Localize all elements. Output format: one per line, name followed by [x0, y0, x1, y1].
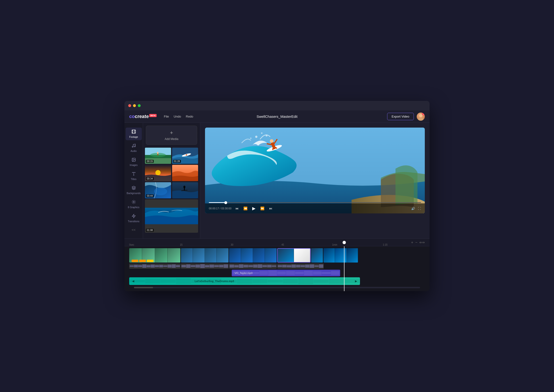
- media-thumb-1[interactable]: 00:15: [145, 147, 171, 164]
- clip-duration-1: 00:15: [146, 160, 154, 163]
- svg-marker-15: [132, 186, 135, 188]
- sidebar-item-footage[interactable]: Footage: [126, 127, 142, 140]
- waveform-bar: [291, 265, 296, 268]
- vo-track-row: VO_Taylor.mp3: [129, 270, 425, 276]
- add-media-button[interactable]: + Add Media: [146, 126, 197, 145]
- media-thumb-3[interactable]: 00:34: [145, 165, 171, 181]
- media-thumb-4[interactable]: [172, 165, 198, 181]
- waveform-bar: [163, 265, 167, 267]
- beta-badge: BETA: [149, 114, 157, 117]
- export-video-button[interactable]: Export Video: [387, 113, 414, 120]
- clip-duration-3: 00:34: [146, 177, 154, 180]
- fit-button[interactable]: ⟺: [419, 240, 425, 245]
- music-bar: [130, 280, 145, 282]
- svg-point-28: [155, 170, 161, 175]
- menu-undo[interactable]: Undo: [173, 115, 181, 118]
- track-clip-ocean[interactable]: [324, 248, 358, 263]
- time-display: 00:00:17 / 03:30:00: [209, 207, 231, 210]
- waveform-bar: [296, 265, 300, 267]
- music-icon: [132, 144, 136, 149]
- music-bar: [252, 279, 267, 283]
- vo-bar: [304, 271, 313, 275]
- menu-redo[interactable]: Redo: [186, 115, 193, 118]
- music-bar: [298, 278, 313, 284]
- music-track[interactable]: ◀ Let'sGoSurfing_TheDrums.mp3 ▶: [129, 277, 360, 285]
- mini-frame: [229, 248, 241, 263]
- progress-handle[interactable]: [224, 201, 227, 204]
- timeline-scrollbar[interactable]: [134, 287, 420, 288]
- zoom-out-button[interactable]: −: [415, 240, 417, 245]
- progress-bar[interactable]: [209, 202, 421, 203]
- mini-frame: [335, 248, 346, 263]
- waveform-bar: [272, 265, 276, 267]
- app-window: cocreateBETA File Undo Redo SwellChasers…: [125, 101, 429, 291]
- waveform-bar: [258, 265, 262, 268]
- music-waveform-bg: [129, 277, 360, 285]
- track-clip-surf1[interactable]: [181, 248, 229, 263]
- media-thumb-7[interactable]: 01:08: [145, 199, 198, 232]
- audio-waveform-wave: [229, 264, 277, 269]
- video-preview-wrapper: 00:00:17 / 03:30:00 ⏮ ⏪ ▶ ⏩ ⏭ 🔊 ⛶: [205, 127, 425, 218]
- mini-frame: [265, 248, 277, 263]
- titlebar: [125, 101, 429, 110]
- waveform-bars: [229, 264, 277, 269]
- rewind-button[interactable]: ⏪: [242, 206, 248, 211]
- zoom-in-button[interactable]: +: [411, 240, 413, 245]
- zap-icon: [132, 214, 136, 219]
- add-media-label: Add Media: [165, 137, 178, 141]
- volume-icon[interactable]: 🔊: [411, 207, 415, 210]
- skip-forward-button[interactable]: ⏭: [268, 206, 273, 211]
- vo-bar: [277, 271, 286, 274]
- sidebar-item-transitions[interactable]: Transitions: [126, 212, 142, 225]
- marker: [132, 260, 138, 262]
- fullscreen-icon[interactable]: ⛶: [418, 207, 421, 210]
- media-thumb-5[interactable]: 00:44: [145, 182, 171, 198]
- avatar[interactable]: 3: [417, 112, 425, 121]
- waveform-bar: [314, 265, 319, 267]
- waveform-bars: [277, 264, 324, 269]
- scrollbar-thumb[interactable]: [134, 287, 153, 288]
- mini-frame: [278, 249, 294, 262]
- logo: cocreateBETA: [129, 114, 157, 119]
- menu-file[interactable]: File: [164, 115, 169, 118]
- marker: [139, 260, 146, 262]
- vo-bar: [322, 272, 331, 274]
- notification-badge: 3: [422, 112, 425, 115]
- maximize-window-button[interactable]: [138, 104, 141, 107]
- track-clip-wave[interactable]: [229, 248, 277, 263]
- waveform-bar: [181, 265, 186, 267]
- fast-forward-button[interactable]: ⏩: [259, 206, 265, 211]
- minimize-window-button[interactable]: [133, 104, 136, 107]
- video-controls: 00:00:17 / 03:30:00 ⏮ ⏪ ▶ ⏩ ⏭ 🔊 ⛶: [205, 203, 425, 213]
- sidebar-item-backgrounds[interactable]: Backgrounds: [126, 184, 142, 196]
- sidebar-item-images[interactable]: Images: [126, 156, 142, 168]
- skip-back-button[interactable]: ⏮: [234, 206, 240, 211]
- logo-text: cocreateBETA: [129, 114, 157, 119]
- play-button[interactable]: ▶: [251, 205, 256, 211]
- waveform-bar: [219, 265, 224, 267]
- waveform-bar: [301, 265, 305, 267]
- track-clip-boat[interactable]: [311, 248, 323, 263]
- logo-create: create: [135, 114, 149, 119]
- video-scene-svg: [205, 127, 425, 213]
- close-window-button[interactable]: [128, 104, 131, 107]
- vo-bar: [268, 271, 277, 275]
- media-grid: 00:15 01:28: [143, 147, 200, 235]
- sidebar-collapse-button[interactable]: <<: [130, 226, 137, 234]
- media-thumb-6[interactable]: [172, 182, 198, 198]
- sidebar-item-graphics[interactable]: 8 Graphics: [126, 198, 142, 210]
- waveform-bar: [130, 265, 134, 266]
- sidebar-item-titles[interactable]: Titles: [126, 170, 142, 182]
- svg-point-40: [266, 135, 267, 137]
- svg-point-41: [250, 138, 251, 139]
- svg-point-39: [261, 132, 263, 134]
- track-clip-sail[interactable]: [277, 248, 311, 263]
- sidebar-item-audio[interactable]: Audio: [126, 142, 142, 154]
- sidebar-label-transitions: Transitions: [128, 220, 139, 223]
- track-clip-beach[interactable]: [129, 248, 180, 263]
- media-thumb-2[interactable]: 01:28: [172, 147, 198, 164]
- mini-frame: [294, 249, 310, 262]
- waveform-bar: [224, 265, 228, 268]
- vo-track[interactable]: VO_Taylor.mp3: [232, 270, 340, 276]
- waveform-bar: [267, 265, 272, 267]
